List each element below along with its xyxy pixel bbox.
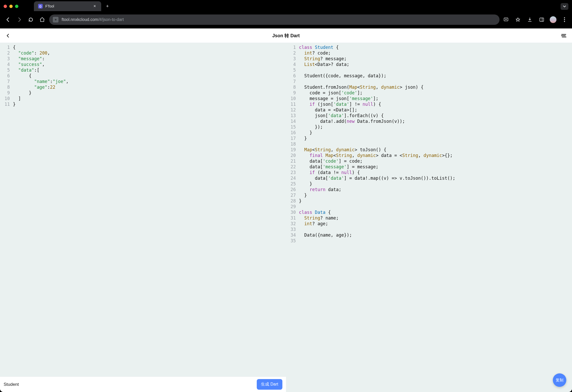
code-line: 11}	[0, 101, 286, 107]
home-button[interactable]	[38, 15, 47, 24]
json-code[interactable]: 1{2 "code": 200,3 "message":4 "success",…	[0, 44, 286, 107]
code-line: 4 List<Data>? data;	[286, 62, 572, 67]
code-line: 2 "code": 200,	[0, 50, 286, 56]
line-content: ]	[13, 96, 21, 101]
code-line: 17 }	[286, 135, 572, 141]
line-content: data!.add(new Data.fromJson(v));	[299, 118, 405, 124]
code-line: 10 ]	[0, 96, 286, 101]
line-number: 4	[286, 62, 299, 67]
line-number: 7	[286, 79, 299, 84]
code-line: 1{	[0, 44, 286, 50]
copy-button[interactable]: 复制	[553, 373, 566, 387]
code-line: 6 {	[0, 73, 286, 79]
page-menu-button[interactable]	[560, 32, 567, 39]
tabs-dropdown-button[interactable]	[561, 3, 568, 10]
code-line: 14 data!.add(new Data.fromJson(v));	[286, 118, 572, 124]
downloads-icon[interactable]	[526, 16, 534, 24]
code-line: 11 if (json['data'] != null) {	[286, 101, 572, 107]
line-number: 2	[0, 50, 13, 56]
line-number: 23	[286, 170, 299, 175]
back-button[interactable]	[4, 15, 12, 24]
browser-titlebar: FTool × +	[0, 0, 572, 12]
svg-point-4	[564, 19, 565, 20]
line-content: "success",	[13, 62, 45, 67]
dart-code[interactable]: 1class Student {2 int? code;3 String? me…	[286, 44, 572, 244]
fullscreen-window-icon[interactable]	[15, 5, 18, 8]
bookmark-icon[interactable]	[514, 16, 522, 24]
line-number: 15	[286, 124, 299, 130]
code-line: 9 code = json['code'];	[286, 90, 572, 96]
install-app-icon[interactable]	[502, 16, 510, 24]
svg-point-5	[564, 21, 565, 22]
line-content: "data":[	[13, 67, 39, 73]
code-line: 20 final Map<String, dynamic> data = <St…	[286, 153, 572, 158]
code-line: 10 message = json['message'];	[286, 96, 572, 101]
url-path: /#/json-to-dart	[98, 17, 124, 22]
close-window-icon[interactable]	[4, 5, 7, 8]
reload-button[interactable]	[26, 15, 35, 24]
json-editor[interactable]: 1{2 "code": 200,3 "message":4 "success",…	[0, 43, 286, 392]
line-content: {	[13, 73, 32, 79]
line-content: Student({code, message, data});	[299, 73, 386, 79]
kebab-menu-icon[interactable]	[561, 16, 568, 24]
code-line: 30class Data {	[286, 209, 572, 215]
generate-dart-button[interactable]: 生成 Dart	[257, 379, 282, 390]
class-name-input[interactable]: Student	[4, 382, 254, 387]
line-content: }	[13, 101, 16, 107]
line-content: data['code'] = code;	[299, 158, 363, 164]
line-content: final Map<String, dynamic> data = <Strin…	[299, 153, 453, 158]
page-content: Json 转 Dart 1{2 "code": 200,3 "message":…	[0, 28, 572, 392]
line-number: 34	[286, 232, 299, 238]
line-content: {	[13, 44, 16, 50]
dart-editor[interactable]: 1class Student {2 int? code;3 String? me…	[286, 43, 572, 392]
close-tab-icon[interactable]: ×	[92, 4, 97, 9]
line-number: 1	[286, 44, 299, 50]
line-number: 7	[0, 79, 13, 84]
minimize-window-icon[interactable]	[9, 5, 13, 8]
line-content: class Data {	[299, 209, 331, 215]
profile-avatar[interactable]	[550, 16, 556, 23]
code-line: 7 "name":"joe",	[0, 79, 286, 84]
line-number: 14	[286, 118, 299, 124]
tab-title: FTool	[45, 4, 54, 8]
code-line: 34 Data({name, age});	[286, 232, 572, 238]
code-line: 5	[286, 67, 572, 73]
code-line: 15 });	[286, 124, 572, 130]
line-number: 10	[286, 96, 299, 101]
site-info-icon[interactable]	[53, 17, 58, 22]
browser-tab[interactable]: FTool ×	[34, 1, 101, 11]
line-content: List<Data>? data;	[299, 62, 349, 67]
line-content: data = <Data>[];	[299, 107, 357, 113]
code-line: 33	[286, 227, 572, 232]
toolbar-right-icons	[502, 16, 568, 24]
line-content: }	[299, 135, 307, 141]
code-line: 16 }	[286, 130, 572, 135]
code-line: 12 data = <Data>[];	[286, 107, 572, 113]
line-content: }	[299, 181, 312, 187]
side-panel-icon[interactable]	[538, 16, 546, 24]
line-number: 6	[0, 73, 13, 79]
code-line: 28}	[286, 198, 572, 204]
line-number: 8	[286, 84, 299, 90]
line-content: json['data'].forEach((v) {	[299, 113, 384, 118]
code-line: 26 return data;	[286, 187, 572, 192]
forward-button[interactable]	[15, 15, 24, 24]
code-line: 19 Map<String, dynamic> toJson() {	[286, 147, 572, 153]
line-number: 11	[286, 101, 299, 107]
code-line: 31 String? name;	[286, 215, 572, 221]
line-number: 13	[286, 113, 299, 118]
code-line: 1class Student {	[286, 44, 572, 50]
new-tab-button[interactable]: +	[104, 3, 111, 10]
line-content: return data;	[299, 187, 341, 192]
code-line: 8 Student.fromJson(Map<String, dynamic> …	[286, 84, 572, 90]
line-number: 25	[286, 181, 299, 187]
address-bar[interactable]: ftool.nnxkcloud.com/#/json-to-dart	[49, 14, 500, 25]
line-content: if (json['data'] != null) {	[299, 101, 381, 107]
line-number: 19	[286, 147, 299, 153]
page-back-button[interactable]	[4, 31, 12, 40]
browser-toolbar: ftool.nnxkcloud.com/#/json-to-dart	[0, 12, 572, 28]
line-content: Data({name, age});	[299, 232, 352, 238]
line-number: 29	[286, 204, 299, 209]
code-line: 32 int? age;	[286, 221, 572, 227]
code-line: 2 int? code;	[286, 50, 572, 56]
